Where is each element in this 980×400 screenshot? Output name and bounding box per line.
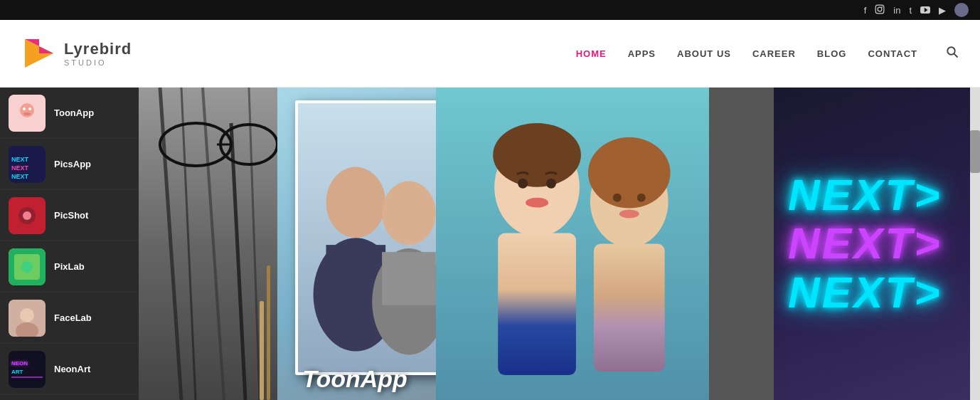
sidebar-toonapp-label: ToonApp [54, 107, 94, 118]
makeup-brush-area [139, 88, 277, 400]
sidebar-item-pixlab[interactable]: PixLab [0, 241, 139, 293]
svg-point-42 [326, 167, 385, 238]
nav-about[interactable]: ABOUT US [677, 48, 731, 59]
sidebar: ToonApp NEXT NEXT NEXT PicsApp [0, 88, 139, 400]
top-bar: f in t ▶ [0, 0, 980, 20]
svg-point-56 [494, 123, 582, 187]
youtube-icon[interactable] [920, 5, 930, 16]
svg-point-50 [588, 137, 671, 209]
main-content: ToonApp NEXT NEXT NEXT PicsApp [0, 88, 980, 400]
facebook-icon[interactable]: f [864, 5, 867, 16]
sidebar-item-toonapp[interactable]: ToonApp [0, 88, 139, 139]
sidebar-item-picshot[interactable]: PicShot [0, 190, 139, 241]
search-icon[interactable] [946, 46, 959, 61]
svg-point-54 [619, 210, 639, 219]
scrollbar[interactable] [970, 88, 980, 400]
logo[interactable]: Lyrebird STUDIO [21, 36, 132, 71]
svg-point-2 [882, 6, 883, 7]
svg-point-12 [28, 107, 31, 110]
hero-area: ToonApp [277, 88, 774, 400]
svg-point-23 [21, 261, 33, 273]
svg-point-60 [526, 198, 548, 208]
linkedin-icon[interactable]: in [893, 5, 900, 16]
instagram-icon[interactable] [875, 4, 885, 16]
svg-rect-47 [382, 252, 436, 305]
twitter-icon[interactable]: t [909, 5, 912, 16]
sidebar-neonart-label: NeonArt [54, 364, 90, 374]
svg-point-20 [23, 211, 31, 220]
nav-contact[interactable]: CONTACT [868, 48, 917, 59]
svg-text:NEXT: NEXT [11, 164, 29, 172]
svg-line-8 [954, 54, 958, 58]
svg-text:ART: ART [11, 369, 23, 375]
sidebar-item-picsapp[interactable]: NEXT NEXT NEXT PicsApp [0, 139, 139, 190]
svg-point-52 [613, 194, 622, 202]
toonapp-thumb [9, 95, 46, 132]
scrollbar-thumb[interactable] [970, 130, 980, 173]
svg-point-58 [518, 179, 528, 189]
nav-blog[interactable]: BLOG [817, 48, 847, 59]
sidebar-facelab-label: FaceLab [54, 312, 92, 323]
svg-point-13 [23, 112, 31, 115]
sidebar-picshot-label: PicShot [54, 210, 88, 221]
neon-line-3: NEXT> [788, 268, 942, 317]
sidebar-item-neonart[interactable]: NEON ART NeonArt [0, 344, 139, 395]
hero-app-label: ToonApp [302, 365, 408, 393]
svg-line-32 [181, 88, 196, 400]
svg-point-11 [23, 107, 26, 110]
sidebar-item-facelab[interactable]: FaceLab [0, 293, 139, 344]
logo-name: Lyrebird [64, 40, 132, 58]
hero-cartoon-panel [436, 88, 709, 400]
svg-rect-30 [11, 377, 43, 378]
picsapp-thumb: NEXT NEXT NEXT [9, 146, 46, 183]
svg-rect-0 [875, 5, 884, 14]
svg-text:NEON: NEON [11, 360, 28, 367]
logo-sub: STUDIO [64, 58, 132, 67]
nav-apps[interactable]: APPS [628, 48, 656, 59]
google-play-icon[interactable]: ▶ [939, 5, 946, 16]
svg-point-59 [546, 179, 556, 189]
neon-line-1: NEXT> [788, 171, 942, 219]
neon-panel: NEXT> NEXT> NEXT> [774, 88, 980, 400]
picshot-thumb [9, 197, 46, 234]
svg-rect-51 [594, 244, 665, 372]
svg-line-35 [249, 88, 260, 400]
svg-point-45 [382, 181, 436, 245]
svg-rect-39 [260, 301, 264, 400]
svg-rect-40 [267, 265, 270, 400]
svg-point-7 [947, 47, 955, 55]
svg-rect-57 [499, 233, 577, 376]
main-nav: HOME APPS ABOUT US CAREER BLOG CONTACT [576, 46, 959, 61]
sidebar-picsapp-label: PicsApp [54, 159, 91, 169]
neonart-thumb: NEON ART [9, 351, 46, 388]
svg-point-53 [637, 194, 646, 202]
header: Lyrebird STUDIO HOME APPS ABOUT US CAREE… [0, 20, 980, 88]
svg-point-25 [20, 308, 34, 322]
logo-text: Lyrebird STUDIO [64, 40, 132, 67]
nav-career[interactable]: CAREER [752, 48, 796, 59]
logo-icon [21, 36, 57, 71]
user-avatar[interactable] [954, 3, 969, 17]
svg-text:NEXT: NEXT [11, 156, 29, 163]
neon-line-2: NEXT> [788, 219, 942, 268]
svg-point-1 [878, 7, 882, 11]
svg-line-33 [203, 88, 224, 400]
sidebar-pixlab-label: PixLab [54, 261, 85, 272]
facelab-thumb [9, 300, 46, 337]
photo-card [295, 100, 459, 375]
nav-home[interactable]: HOME [576, 48, 607, 59]
svg-text:NEXT: NEXT [11, 173, 29, 180]
pixlab-thumb [9, 248, 46, 285]
